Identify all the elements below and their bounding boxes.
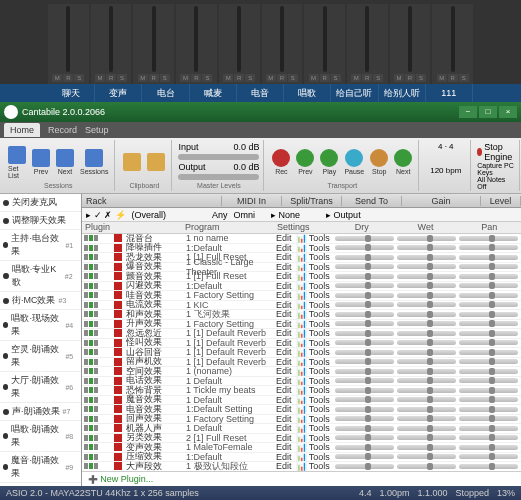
dry-slider[interactable] (335, 454, 394, 459)
pan-slider[interactable] (459, 245, 518, 250)
m-button[interactable]: M (138, 74, 148, 82)
s-button[interactable]: S (416, 74, 426, 82)
m-button[interactable]: M (309, 74, 319, 82)
r-button[interactable]: R (149, 74, 159, 82)
pan-slider[interactable] (459, 331, 518, 336)
mixer-tab[interactable]: 111 (426, 84, 473, 102)
pan-slider[interactable] (459, 236, 518, 241)
wet-slider[interactable] (397, 426, 456, 431)
dry-slider[interactable] (335, 388, 394, 393)
edit-button[interactable]: Edit (276, 262, 292, 272)
mixer-tab[interactable]: 变声 (95, 84, 142, 102)
pan-slider[interactable] (459, 359, 518, 364)
mixer-track[interactable]: MRS (347, 4, 388, 84)
dry-slider[interactable] (335, 321, 394, 326)
prev-session-button[interactable]: Prev (30, 147, 52, 177)
wet-slider[interactable] (397, 331, 456, 336)
wet-slider[interactable] (397, 293, 456, 298)
tab-home[interactable]: Home (4, 123, 40, 137)
mixer-track[interactable]: MRS (304, 4, 345, 84)
pan-slider[interactable] (459, 416, 518, 421)
fader[interactable] (451, 6, 455, 72)
record-button[interactable]: Rec (270, 147, 292, 177)
s-button[interactable]: S (245, 74, 255, 82)
copy-button[interactable] (121, 151, 143, 173)
plugin-program[interactable]: 1 (noname) (186, 366, 276, 376)
sidebar-item[interactable]: 关闭麦克风 (0, 194, 81, 212)
plugin-program[interactable]: 1 MaleToFemale (186, 442, 276, 452)
mixer-track[interactable]: MRS (91, 4, 132, 84)
plugin-program[interactable]: 1:Default (186, 243, 276, 253)
stop-engine-label[interactable]: Stop Engine (484, 142, 515, 162)
pan-slider[interactable] (459, 255, 518, 260)
fader[interactable] (66, 6, 70, 72)
tools-button[interactable]: 📊 Tools (296, 385, 330, 395)
pan-slider[interactable] (459, 426, 518, 431)
dry-slider[interactable] (335, 445, 394, 450)
edit-button[interactable]: Edit (276, 300, 292, 310)
minimize-button[interactable]: − (459, 106, 477, 118)
s-button[interactable]: S (459, 74, 469, 82)
wet-slider[interactable] (397, 445, 456, 450)
m-button[interactable]: M (52, 74, 62, 82)
wet-slider[interactable] (397, 435, 456, 440)
edit-button[interactable]: Edit (276, 452, 292, 462)
sidebar-item[interactable]: 主持·电台效果#1 (0, 230, 81, 261)
plugin-program[interactable]: 1 Factory Setting (186, 319, 276, 329)
edit-button[interactable]: Edit (276, 252, 292, 262)
pan-slider[interactable] (459, 350, 518, 355)
tools-button[interactable]: 📊 Tools (296, 252, 330, 262)
edit-button[interactable]: Edit (276, 395, 292, 405)
edit-button[interactable]: Edit (276, 281, 292, 291)
wet-slider[interactable] (397, 388, 456, 393)
mixer-track[interactable]: MRS (133, 4, 174, 84)
edit-button[interactable]: Edit (276, 423, 292, 433)
r-button[interactable]: R (277, 74, 287, 82)
output-label[interactable]: ▸ Output (326, 210, 361, 220)
row-handle[interactable] (82, 444, 112, 450)
dry-slider[interactable] (335, 245, 394, 250)
dry-slider[interactable] (335, 331, 394, 336)
edit-button[interactable]: Edit (276, 347, 292, 357)
dry-slider[interactable] (335, 407, 394, 412)
overall-dropdown[interactable]: (Overall) (132, 210, 167, 220)
wet-slider[interactable] (397, 378, 456, 383)
dry-slider[interactable] (335, 274, 394, 279)
plugin-program[interactable]: 1:Default Setting (186, 404, 276, 414)
mixer-tab[interactable]: 聊天 (48, 84, 95, 102)
row-handle[interactable] (82, 254, 112, 260)
pan-slider[interactable] (459, 340, 518, 345)
pan-slider[interactable] (459, 274, 518, 279)
row-handle[interactable] (82, 435, 112, 441)
pan-slider[interactable] (459, 369, 518, 374)
fader[interactable] (365, 6, 369, 72)
tools-button[interactable]: 📊 Tools (296, 328, 330, 338)
plugin-program[interactable]: 1 [1] Full Reset (186, 271, 276, 281)
prev-button[interactable]: Prev (294, 147, 316, 177)
tools-button[interactable]: 📊 Tools (296, 461, 330, 471)
pan-slider[interactable] (459, 378, 518, 383)
none-label[interactable]: ▸ None (271, 210, 300, 220)
edit-button[interactable]: Edit (276, 338, 292, 348)
mixer-track[interactable]: MRS (176, 4, 217, 84)
row-handle[interactable] (82, 330, 112, 336)
row-handle[interactable] (82, 463, 112, 469)
wet-slider[interactable] (397, 416, 456, 421)
dry-slider[interactable] (335, 283, 394, 288)
plugin-list[interactable]: 混音台1 no nameEdit📊 Tools降噪插件1:DefaultEdit… (82, 234, 521, 471)
r-button[interactable]: R (191, 74, 201, 82)
plugin-program[interactable]: 1 [1] Default Reverb (186, 347, 276, 357)
next-button[interactable]: Next (392, 147, 414, 177)
fader[interactable] (109, 6, 113, 72)
pan-slider[interactable] (459, 445, 518, 450)
s-button[interactable]: S (331, 74, 341, 82)
sidebar-item[interactable]: 调整聊天效果 (0, 212, 81, 230)
row-handle[interactable] (82, 321, 112, 327)
row-handle[interactable] (82, 283, 112, 289)
row-handle[interactable] (82, 292, 112, 298)
tab-setup[interactable]: Setup (85, 125, 109, 135)
capture-keys-check[interactable]: Capture PC Keys (477, 162, 515, 176)
tools-button[interactable]: 📊 Tools (296, 366, 330, 376)
fader[interactable] (323, 6, 327, 72)
next-session-button[interactable]: Next (54, 147, 76, 177)
